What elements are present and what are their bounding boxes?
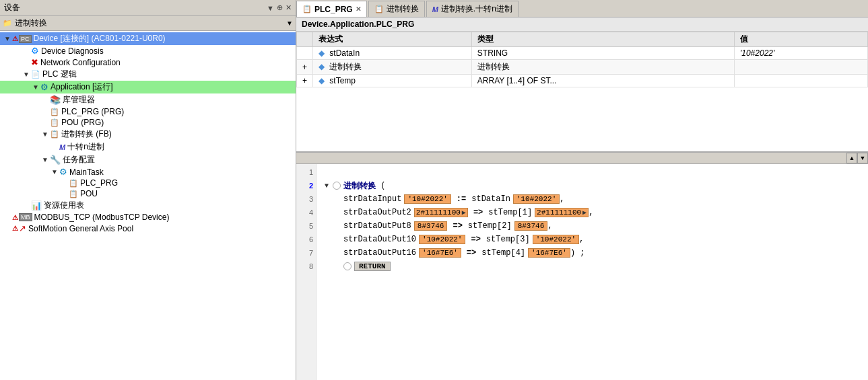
val-box-5: 8#3746 xyxy=(414,221,448,231)
gear-icon-app: ⚙ xyxy=(40,82,48,92)
tree-item-shizn[interactable]: M 十转n进制 xyxy=(0,141,296,153)
val-box-5b: 8#3746 xyxy=(514,221,548,231)
ln-7: 7 xyxy=(296,246,316,260)
tree-item-pou-under-main[interactable]: 📋 POU xyxy=(0,188,296,199)
expand-plc-prg xyxy=(40,107,50,116)
var-sttemp4: stTemp[4] xyxy=(481,248,525,258)
tab-icon-shizn: M xyxy=(432,5,438,13)
var-row-1: + ◆ 进制转换 进制转换 xyxy=(297,60,868,75)
code-line-1 xyxy=(316,165,868,179)
expand-jzconv[interactable]: ▼ xyxy=(40,130,50,139)
var-expr-2: stTemp xyxy=(329,76,356,85)
tree-item-network-config[interactable]: ✖ Network Configuration xyxy=(0,56,296,68)
val-box-6: '10#2022' xyxy=(419,235,465,244)
tree-label-resource: 资源使用表 xyxy=(44,200,84,211)
var-name-0: ◆ stDataIn xyxy=(313,47,472,60)
scroll-up-btn[interactable]: ▲ xyxy=(846,153,857,163)
tree-container: ▼ ⚠ PC Device [连接的] (AC801-0221-U0R0) ⚙ … xyxy=(0,31,296,380)
gear-icon-maintask: ⚙ xyxy=(59,167,67,177)
tree-item-resource-table[interactable]: 📊 资源使用表 xyxy=(0,199,296,212)
var-watch-section: Device.Application.PLC_PRG 表达式 类型 值 ◆ xyxy=(296,17,868,152)
expand-plc[interactable]: ▼ xyxy=(22,70,31,79)
tab-icon-plc-prg: 📋 xyxy=(302,5,312,13)
pin-icon[interactable]: ▼ xyxy=(267,4,274,12)
tree-item-plc-logic[interactable]: ▼ 📄 PLC 逻辑 xyxy=(0,68,296,81)
device-box-icon: PC xyxy=(19,35,32,43)
line-numbers: 1 2 3 4 5 6 7 8 xyxy=(296,164,316,380)
expand-maintask[interactable]: ▼ xyxy=(50,167,59,177)
left-panel: 设备 ▼ ⊕ ✕ 📁 进制转换 ▼ ▼ ⚠ PC Device [连接的] (A… xyxy=(0,0,296,380)
code-area: 1 2 3 4 5 6 7 8 ▼ 进制转 xyxy=(296,164,868,380)
doc-icon-plc: 📄 xyxy=(31,70,40,79)
right-panel: 📋 PLC_PRG ✕ 📋 进制转换 M 进制转换.十转n进制 Device.A… xyxy=(296,0,868,380)
tree-label-app: Application [运行] xyxy=(51,81,113,93)
dock-icon[interactable]: ⊕ xyxy=(277,3,283,12)
dropdown-icon: 📁 xyxy=(3,19,12,28)
var-strdatainput: strDataInput xyxy=(343,194,401,204)
close-icon[interactable]: ✕ xyxy=(286,3,292,12)
expand-app[interactable]: ▼ xyxy=(31,83,40,92)
arrow-4b: ▶ xyxy=(582,208,587,217)
semicolon-7: ) ; xyxy=(570,248,585,258)
code-line-2: ▼ 进制转换 ( xyxy=(316,179,868,192)
var-type-1: 进制转换 xyxy=(471,60,734,75)
expand-diag xyxy=(22,46,31,56)
expand-device[interactable]: ▼ xyxy=(3,34,12,44)
code-line-5: strDataOutPut8 8#3746 => stTemp[2] 8#374… xyxy=(316,219,868,233)
expand-pou xyxy=(40,118,50,127)
expand-resource xyxy=(22,201,31,211)
tab-plc-prg[interactable]: 📋 PLC_PRG ✕ xyxy=(296,1,367,17)
motion-icon: ↗ xyxy=(19,223,26,233)
tree-item-pou[interactable]: 📋 POU (PRG) xyxy=(0,117,296,128)
tree-item-softmotion[interactable]: ⚠ ↗ SoftMotion General Axis Pool xyxy=(0,223,296,234)
table-icon-pou: 📋 xyxy=(69,190,78,198)
tree-item-device[interactable]: ▼ ⚠ PC Device [连接的] (AC801-0221-U0R0) xyxy=(0,32,296,45)
tree-item-jzconv[interactable]: ▼ 📋 进制转换 (FB) xyxy=(0,128,296,141)
var-value-1 xyxy=(734,60,867,75)
tree-item-device-diagnosis[interactable]: ⚙ Device Diagnosis xyxy=(0,45,296,56)
tab-close-plc-prg[interactable]: ✕ xyxy=(356,5,361,13)
col-value: 值 xyxy=(734,32,867,47)
collapse-2[interactable]: ▼ xyxy=(322,181,331,190)
tab-shizn[interactable]: M 进制转换.十转n进制 xyxy=(426,1,519,17)
tab-label-shizn: 进制转换.十转n进制 xyxy=(441,3,512,15)
var-icon-0: ◆ xyxy=(319,48,325,58)
tree-label-shizn: 十转n进制 xyxy=(67,141,104,153)
ln-8: 8 xyxy=(296,260,316,273)
scroll-buttons: ▲ ▼ xyxy=(846,153,868,163)
var-row-0: ◆ stDataIn STRING '10#2022' xyxy=(297,47,868,60)
comma-5: , xyxy=(547,221,552,231)
expand-cell-2[interactable]: + xyxy=(297,75,313,87)
assign-op-5: => xyxy=(453,221,462,231)
tree-item-prg-under-main[interactable]: 📋 PLC_PRG xyxy=(0,178,296,188)
tree-item-plc-prg[interactable]: 📋 PLC_PRG (PRG) xyxy=(0,106,296,117)
col-expr: 表达式 xyxy=(313,32,472,47)
var-sttemp2: stTemp[2] xyxy=(468,221,512,231)
tree-label-lib: 库管理器 xyxy=(63,94,95,106)
table-icon-prg: 📋 xyxy=(69,179,78,188)
doc-icon-pou: 📋 xyxy=(50,118,59,127)
code-line-8: RETURN xyxy=(316,260,868,273)
scroll-down-btn[interactable]: ▼ xyxy=(857,153,868,163)
dropdown-arrow[interactable]: ▼ xyxy=(286,20,293,27)
tree-label-modbus: MODBUS_TCP (ModbusTCP Device) xyxy=(34,213,170,222)
paren-open: ( xyxy=(376,181,385,190)
ln-3: 3 xyxy=(296,192,316,206)
left-header-icons: ▼ ⊕ ✕ xyxy=(267,3,292,12)
expand-task[interactable]: ▼ xyxy=(40,155,50,165)
val-box-3: '10#2022' xyxy=(404,194,450,204)
tree-item-maintask[interactable]: ▼ ⚙ MainTask xyxy=(0,166,296,178)
ln-6: 6 xyxy=(296,233,316,246)
tree-item-application[interactable]: ▼ ⚙ Application [运行] xyxy=(0,81,296,93)
tab-label-plc-prg: PLC_PRG xyxy=(314,5,353,14)
tab-jzconv[interactable]: 📋 进制转换 xyxy=(368,1,425,17)
assign-op-7: => xyxy=(467,248,476,258)
col-type: 类型 xyxy=(471,32,734,47)
tree-label-network: Network Configuration xyxy=(40,58,121,67)
tree-item-task-config[interactable]: ▼ 🔧 任务配置 xyxy=(0,153,296,166)
tree-item-lib-manager[interactable]: 📚 库管理器 xyxy=(0,93,296,106)
code-line-6: strDataOutPut10 '10#2022' => stTemp[3] '… xyxy=(316,233,868,246)
tree-label-maintask: MainTask xyxy=(69,167,104,177)
tree-item-modbus[interactable]: ⚠ MB MODBUS_TCP (ModbusTCP Device) xyxy=(0,212,296,223)
expand-cell-1[interactable]: + xyxy=(297,60,313,75)
